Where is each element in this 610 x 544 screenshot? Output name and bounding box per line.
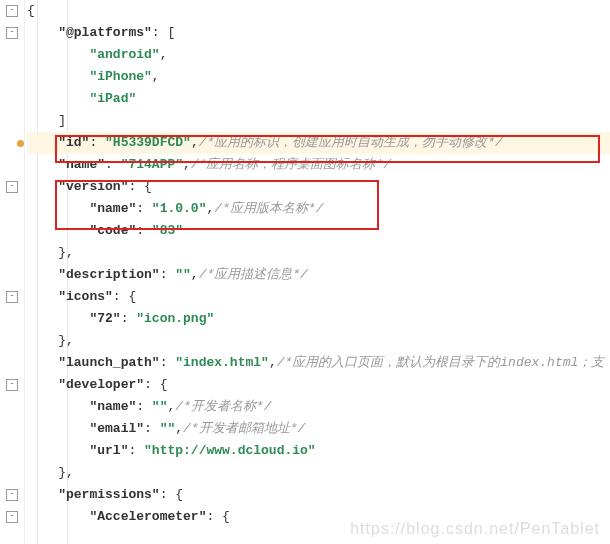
json-value: "714APP" (121, 157, 183, 172)
json-string: "iPad" (89, 91, 136, 106)
fold-icon[interactable]: - (6, 489, 18, 501)
json-key: "developer" (58, 377, 144, 392)
json-key: "@platforms" (58, 25, 152, 40)
json-value: "" (175, 267, 191, 282)
json-key: "launch_path" (58, 355, 159, 370)
json-key: "72" (89, 311, 120, 326)
fold-icon[interactable]: - (6, 27, 18, 39)
brace-open: { (27, 3, 35, 18)
json-key: "Accelerometer" (89, 509, 206, 524)
warning-marker (17, 140, 24, 147)
fold-icon[interactable]: - (6, 379, 18, 391)
json-value: "1.0.0" (152, 201, 207, 216)
fold-icon[interactable]: - (6, 291, 18, 303)
json-key: "icons" (58, 289, 113, 304)
json-value: "http://www.dcloud.io" (144, 443, 316, 458)
json-key: "code" (89, 223, 136, 238)
json-key-version: "version" (58, 179, 128, 194)
json-value: "index.html" (175, 355, 269, 370)
json-string: "iPhone" (89, 69, 151, 84)
fold-icon[interactable]: - (6, 181, 18, 193)
json-key: "email" (89, 421, 144, 436)
json-key: "description" (58, 267, 159, 282)
json-value: "" (152, 399, 168, 414)
json-string: "android" (89, 47, 159, 62)
json-key: "url" (89, 443, 128, 458)
comment: /*应用的标识，创建应用时自动生成，勿手动修改*/ (199, 135, 503, 150)
fold-icon[interactable]: - (6, 5, 18, 17)
code-editor: - - - - - - - { "@platforms": [ "android… (0, 0, 610, 544)
comment: /*应用名称，程序桌面图标名称*/ (191, 157, 391, 172)
json-value: "icon.png" (136, 311, 214, 326)
json-key: "name" (89, 399, 136, 414)
json-value: "" (160, 421, 176, 436)
comment: /*应用版本名称*/ (214, 201, 323, 216)
comment: /*开发者名称*/ (175, 399, 271, 414)
comment: /*应用描述信息*/ (199, 267, 308, 282)
code-area[interactable]: { "@platforms": [ "android", "iPhone", "… (25, 0, 610, 544)
fold-icon[interactable]: - (6, 511, 18, 523)
gutter: - - - - - - - (0, 0, 25, 544)
comment: /*开发者邮箱地址*/ (183, 421, 305, 436)
json-key: "name" (58, 157, 105, 172)
json-key: "name" (89, 201, 136, 216)
json-key: "permissions" (58, 487, 159, 502)
json-key-id: "id" (58, 135, 89, 150)
json-value: "83" (152, 223, 183, 238)
json-value-id: "H5339DFCD" (105, 135, 191, 150)
comment: /*应用的入口页面，默认为根目录下的index.html；支 (277, 355, 605, 370)
